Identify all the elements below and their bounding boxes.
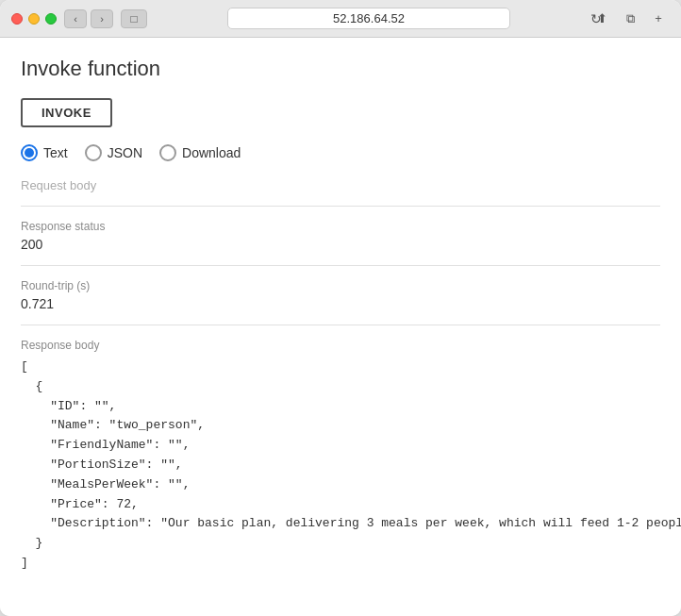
radio-circle-text [21, 144, 38, 161]
back-button[interactable]: ‹ [64, 9, 87, 28]
response-status-section: Response status 200 [21, 220, 660, 252]
response-status-label: Response status [21, 220, 660, 233]
radio-download[interactable]: Download [159, 144, 241, 161]
forward-button[interactable]: › [91, 9, 113, 28]
toolbar-right: ⬆ ⧉ + [590, 9, 670, 28]
maximize-window-button[interactable] [45, 13, 57, 25]
roundtrip-value: 0.721 [21, 296, 660, 311]
response-status-value: 200 [21, 237, 660, 252]
radio-json[interactable]: JSON [85, 144, 142, 161]
radio-circle-download [159, 144, 176, 161]
new-tab-button[interactable]: ⧉ [619, 9, 641, 28]
response-body-label: Response body [21, 339, 660, 352]
page-content: Invoke function INVOKE Text JSON Downloa… [0, 38, 681, 616]
page-title: Invoke function [21, 57, 660, 81]
roundtrip-section: Round-trip (s) 0.721 [21, 279, 660, 311]
reload-button[interactable]: ↻ [590, 11, 602, 26]
radio-circle-json [85, 144, 102, 161]
nav-buttons: ‹ › [64, 9, 113, 28]
close-window-button[interactable] [11, 13, 23, 25]
restore-button[interactable]: □ [121, 9, 147, 28]
traffic-lights [11, 13, 57, 25]
address-bar-container: 52.186.64.52 ↻ [155, 8, 583, 29]
radio-inner-text [25, 148, 34, 158]
radio-text-label: Text [43, 145, 68, 160]
divider-3 [21, 325, 660, 325]
response-body-code: [ { "ID": "", "Name": "two_person", "Fri… [21, 358, 660, 574]
divider-2 [21, 265, 660, 266]
browser-window: ‹ › □ 52.186.64.52 ↻ ⬆ ⧉ + Invoke functi… [0, 0, 681, 616]
request-body-label: Request body [21, 178, 660, 192]
divider-1 [21, 206, 660, 207]
roundtrip-label: Round-trip (s) [21, 279, 660, 292]
browser-chrome: ‹ › □ 52.186.64.52 ↻ ⬆ ⧉ + [0, 0, 681, 38]
output-format-radio-group: Text JSON Download [21, 144, 660, 161]
radio-json-label: JSON [108, 145, 142, 160]
address-bar[interactable]: 52.186.64.52 [227, 8, 510, 29]
response-body-section: Response body [ { "ID": "", "Name": "two… [21, 339, 660, 574]
radio-download-label: Download [182, 145, 241, 160]
minimize-window-button[interactable] [28, 13, 40, 25]
invoke-button[interactable]: INVOKE [21, 98, 112, 127]
radio-text[interactable]: Text [21, 144, 68, 161]
more-button[interactable]: + [647, 9, 670, 28]
